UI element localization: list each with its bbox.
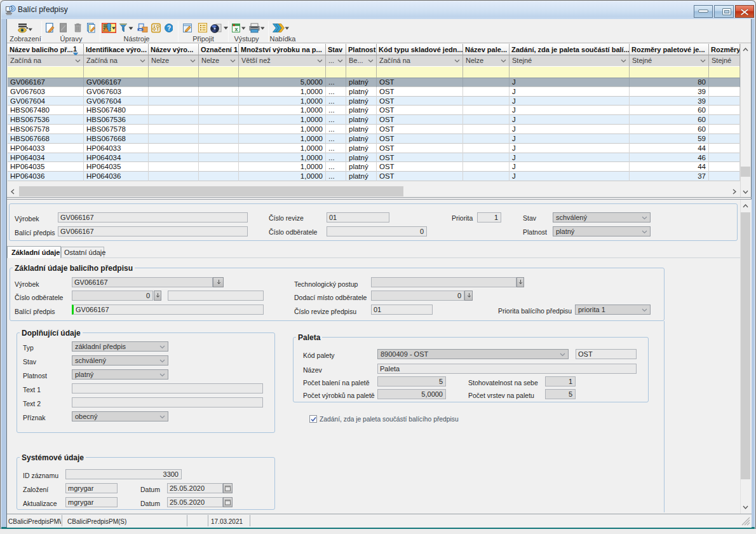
svg-text:x: x xyxy=(234,26,238,32)
svg-text:?: ? xyxy=(167,25,171,32)
